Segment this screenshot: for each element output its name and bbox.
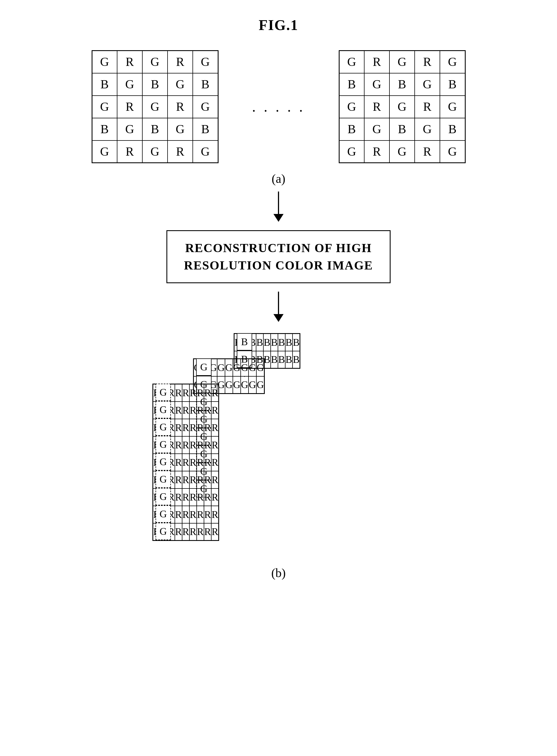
grid-cell: B	[142, 73, 168, 95]
grid-cell: G	[142, 51, 168, 73]
dots-separator: . . . . .	[252, 99, 305, 115]
plane-r-side-cell: G	[155, 471, 171, 488]
grid-cell: R	[168, 140, 193, 163]
plane-r-cell: R	[197, 436, 204, 454]
plane-b-cell: B	[285, 334, 293, 351]
grid-cell: B	[389, 118, 415, 140]
grid-cell: R	[117, 51, 142, 73]
plane-r-cell: R	[197, 523, 204, 541]
plane-r-cell: R	[197, 401, 204, 419]
grid-cell: G	[92, 95, 117, 118]
plane-r-cell: R	[189, 488, 197, 506]
grid-cell: G	[117, 118, 142, 140]
grid-cell: G	[92, 140, 117, 163]
grid-cell: R	[168, 51, 193, 73]
plane-r-cell: R	[175, 506, 182, 523]
plane-r-cell: R	[204, 401, 211, 419]
plane-r-cell: R	[211, 401, 219, 419]
plane-r-cell: R	[211, 454, 219, 471]
grid-cell: R	[117, 95, 142, 118]
plane-b-side-cell: B	[237, 333, 252, 351]
process-box: RECONSTRUCTION OF HIGH RESOLUTION COLOR …	[167, 230, 391, 283]
grid-cell: G	[168, 73, 193, 95]
plane-r-cell: R	[211, 488, 219, 506]
grid-cell: G	[339, 51, 364, 73]
plane-r-side-cell: G	[155, 523, 171, 540]
bayer-grid-1: GRGRGBGBGBGRGRGBGBGBGRGRG	[92, 50, 218, 163]
plane-r-cell: R	[175, 384, 182, 401]
process-line2: RESOLUTION COLOR IMAGE	[184, 258, 373, 272]
plane-g-cell: G	[225, 359, 233, 376]
grid-cell: R	[415, 51, 440, 73]
grid-cell: B	[440, 118, 465, 140]
grid-cell: G	[440, 140, 465, 163]
plane-b-cell: B	[263, 334, 271, 351]
plane-r-cell: R	[197, 384, 204, 401]
arrow-process-to-b	[273, 291, 284, 322]
plane-g-cell: G	[233, 359, 241, 376]
plane-r-cell: R	[189, 454, 197, 471]
plane-r-cell: R	[175, 436, 182, 454]
plane-r-cell: R	[197, 488, 204, 506]
grid-cell: G	[142, 140, 168, 163]
plane-r-cell: R	[175, 454, 182, 471]
plane-g-cell: G	[248, 359, 256, 376]
plane-r-cell: R	[182, 523, 189, 541]
grid-cell: R	[415, 95, 440, 118]
grid-cell: B	[193, 73, 218, 95]
section-a-label: (a)	[92, 172, 466, 186]
plane-r-cell: R	[182, 454, 189, 471]
grid-cell: R	[415, 140, 440, 163]
grid-cell: G	[415, 118, 440, 140]
grid-cell: B	[389, 73, 415, 95]
plane-r-cell: R	[211, 471, 219, 488]
plane-r-cell: R	[204, 454, 211, 471]
plane-r-cell: R	[197, 454, 204, 471]
plane-r-side-cell: G	[155, 488, 171, 505]
plane-b-cell: B	[293, 351, 300, 368]
arrow-head-1	[273, 214, 284, 222]
fig-title: FIG.1	[259, 17, 298, 33]
section-b-wrapper: BBBBBBBBBBBBBBBBBB BB· GGGGGGGGGGGGGGGGG…	[152, 333, 405, 580]
plane-r-cell: R	[197, 471, 204, 488]
plane-r-side-cell: G	[155, 505, 171, 523]
plane-r-cell: R	[204, 419, 211, 436]
plane-r-cell: R	[204, 384, 211, 401]
plane-r-side-cell: G	[155, 401, 171, 418]
plane-r-cell: R	[211, 436, 219, 454]
plane-r-cell: R	[211, 384, 219, 401]
plane-g-cell: G	[241, 376, 248, 394]
grid-cell: B	[339, 118, 364, 140]
planes-container: BBBBBBBBBBBBBBBBBB BB· GGGGGGGGGGGGGGGGG…	[152, 333, 405, 557]
plane-r-side-cell: G	[155, 453, 171, 471]
plane-r-cell: R	[189, 523, 197, 541]
plane-r-cell: R	[182, 436, 189, 454]
plane-r-cell: R	[189, 471, 197, 488]
arrow-line-2	[278, 291, 279, 314]
grid-cell: R	[364, 51, 389, 73]
grid-cell: R	[364, 140, 389, 163]
plane-g-cell: G	[217, 359, 225, 376]
grids-row: GRGRGBGBGBGRGRGBGBGBGRGRG . . . . . GRGR…	[92, 50, 466, 163]
section-a: GRGRGBGBGBGRGRGBGBGBGRGRG . . . . . GRGR…	[92, 50, 466, 186]
grid-cell: B	[92, 73, 117, 95]
plane-g-cell: G	[248, 376, 256, 394]
plane-g-side-cell: G	[196, 358, 211, 376]
plane-r-side-cell: G	[155, 436, 171, 453]
arrow-line-1	[278, 192, 279, 214]
grid-cell: G	[415, 73, 440, 95]
grid-cell: G	[92, 51, 117, 73]
plane-r-cell: R	[189, 401, 197, 419]
grid-cell: B	[92, 118, 117, 140]
plane-r-cell: R	[211, 419, 219, 436]
plane-r-cell: R	[182, 384, 189, 401]
plane-r-side-cell: G	[155, 418, 171, 436]
arrow-head-2	[273, 314, 284, 322]
plane-r-cell: R	[182, 488, 189, 506]
grid-cell: G	[193, 51, 218, 73]
plane-b-cell: B	[285, 351, 293, 368]
grid-cell: R	[364, 95, 389, 118]
grid-cell: B	[193, 118, 218, 140]
grid-cell: G	[389, 51, 415, 73]
plane-r-cell: R	[189, 436, 197, 454]
